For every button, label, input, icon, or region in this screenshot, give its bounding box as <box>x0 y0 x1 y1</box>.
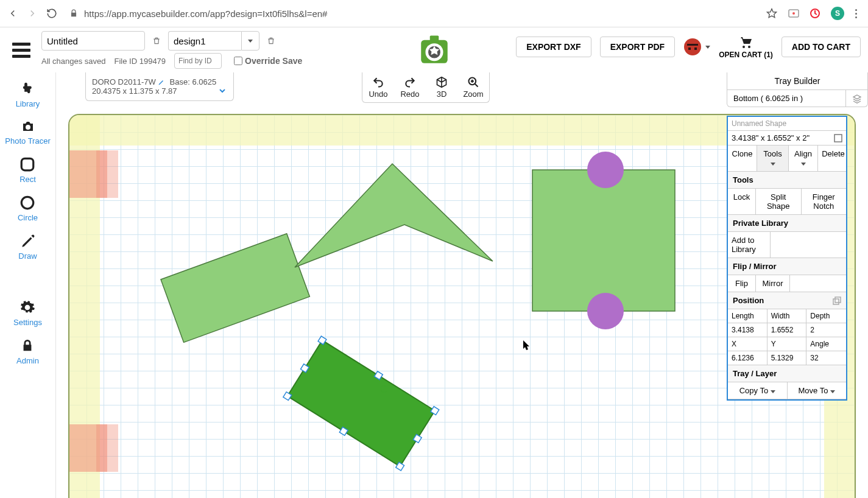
override-save-label: Override Save <box>245 56 302 66</box>
svg-rect-10 <box>688 47 691 50</box>
svg-rect-20 <box>532 170 675 311</box>
reload-icon[interactable] <box>46 8 57 19</box>
open-cart-button[interactable]: OPEN CART (1) <box>719 35 773 59</box>
svg-rect-34 <box>833 299 839 304</box>
hamburger-icon[interactable] <box>12 43 30 58</box>
address-bar[interactable]: https://app.mycasebuilder.com/app?design… <box>84 9 327 19</box>
properties-panel: Unnamed Shape 3.4138" x 1.6552" x 2" Clo… <box>727 116 847 401</box>
extension-icon[interactable] <box>788 9 799 18</box>
extension2-icon[interactable] <box>810 9 820 18</box>
forward-icon <box>27 8 38 19</box>
svg-point-21 <box>587 152 624 188</box>
delete-title-icon[interactable] <box>150 34 163 47</box>
split-shape-button[interactable]: Split Shape <box>756 189 802 214</box>
svg-point-8 <box>684 38 701 55</box>
svg-marker-0 <box>767 9 777 18</box>
sidebar-item-draw[interactable]: Draw <box>18 233 37 261</box>
zoom-icon <box>467 76 479 88</box>
x-input[interactable]: 6.1236 <box>728 351 767 365</box>
lock-button[interactable]: Lock <box>728 189 756 214</box>
puzzle-icon <box>19 80 37 97</box>
y-label: Y <box>767 337 807 351</box>
copy-icon[interactable] <box>833 296 841 305</box>
finger-notch-button[interactable]: Finger Notch <box>802 189 847 214</box>
sidebar-item-rect[interactable]: Rect <box>19 156 36 184</box>
sidebar-item-photo[interactable]: Photo Tracer <box>5 119 50 146</box>
angle-input[interactable]: 32 <box>806 351 846 365</box>
edit-icon[interactable] <box>158 79 165 86</box>
profile-avatar[interactable]: S <box>831 7 844 20</box>
3d-button[interactable]: 3D <box>426 72 457 102</box>
svg-rect-35 <box>835 297 841 303</box>
cube-icon <box>436 76 448 88</box>
find-by-id-input[interactable] <box>174 53 222 69</box>
flip-button[interactable]: Flip <box>728 275 756 292</box>
design-variant-dropdown[interactable] <box>241 31 259 51</box>
app-header: All changes saved File ID 199479 Overrid… <box>0 27 868 72</box>
x-label: X <box>728 337 767 351</box>
chevron-down-icon[interactable] <box>217 86 227 96</box>
svg-rect-33 <box>834 135 842 142</box>
tools-section: Tools <box>728 172 846 189</box>
depth-input[interactable]: 2 <box>806 323 846 337</box>
svg-rect-23 <box>288 340 435 466</box>
sidebar-item-settings[interactable]: Settings <box>13 300 42 327</box>
move-to-dropdown[interactable]: Move To <box>788 382 847 399</box>
file-id-label: File ID 199479 <box>115 57 166 66</box>
delete-button[interactable]: Delete <box>818 146 849 171</box>
tray-layer-section: Tray / Layer <box>728 365 846 382</box>
svg-rect-11 <box>694 47 697 50</box>
sidebar-item-library[interactable]: Library <box>16 80 40 108</box>
case-picker[interactable]: DORO D2011-7W Base: 6.0625 20.4375 x 11.… <box>85 72 234 101</box>
copy-to-dropdown[interactable]: Copy To <box>728 382 788 399</box>
cart-icon <box>736 35 755 49</box>
width-input[interactable]: 1.6552 <box>767 323 807 337</box>
export-dxf-button[interactable]: EXPORT DXF <box>516 37 591 57</box>
length-label: Length <box>728 309 767 323</box>
design-variant-input[interactable] <box>168 31 241 51</box>
delete-variant-icon[interactable] <box>264 34 278 47</box>
depth-label: Depth <box>806 309 846 323</box>
tools-dropdown[interactable]: Tools <box>757 146 789 171</box>
svg-point-14 <box>26 125 30 130</box>
user-menu[interactable] <box>683 38 710 56</box>
override-save-checkbox[interactable] <box>234 57 242 65</box>
width-label: Width <box>767 309 807 323</box>
browser-chrome: https://app.mycasebuilder.com/app?design… <box>0 0 868 27</box>
sidebar: Library Photo Tracer Rect Circle Draw Se… <box>0 72 56 498</box>
sidebar-item-admin[interactable]: Admin <box>16 338 39 365</box>
app-logo <box>417 32 452 68</box>
star-icon[interactable] <box>766 8 777 19</box>
align-dropdown[interactable]: Align <box>789 146 818 171</box>
sidebar-item-circle[interactable]: Circle <box>18 195 38 222</box>
clone-button[interactable]: Clone <box>728 146 757 171</box>
kebab-icon[interactable] <box>855 9 857 18</box>
add-to-cart-button[interactable]: ADD TO CART <box>782 37 861 57</box>
pencil-icon <box>20 233 36 249</box>
circle-icon <box>19 195 35 211</box>
redo-button[interactable]: Redo <box>394 72 426 102</box>
add-to-library-button[interactable]: Add to Library <box>728 232 771 258</box>
tray-select[interactable]: Bottom ( 6.0625 in ) <box>727 90 845 107</box>
shape-dimensions: 3.4138" x 1.6552" x 2" <box>732 133 810 142</box>
box-icon[interactable] <box>834 134 842 142</box>
svg-point-12 <box>743 46 745 48</box>
shape-name-input[interactable]: Unnamed Shape <box>728 117 846 131</box>
svg-rect-15 <box>22 158 34 170</box>
layers-icon[interactable] <box>845 90 867 107</box>
private-library-section: Private Library <box>728 215 846 232</box>
back-icon[interactable] <box>7 8 18 19</box>
svg-point-16 <box>22 197 34 209</box>
undo-button[interactable]: Undo <box>362 72 394 102</box>
svg-point-13 <box>748 46 750 48</box>
design-title-input[interactable] <box>41 31 145 51</box>
save-status: All changes saved <box>41 57 106 66</box>
svg-point-22 <box>587 293 624 329</box>
export-pdf-button[interactable]: EXPORT PDF <box>600 37 675 57</box>
undo-icon <box>372 76 384 88</box>
angle-label: Angle <box>806 337 846 351</box>
mirror-button[interactable]: Mirror <box>756 275 790 292</box>
zoom-button[interactable]: Zoom <box>457 72 489 102</box>
length-input[interactable]: 3.4138 <box>728 323 767 337</box>
y-input[interactable]: 5.1329 <box>767 351 807 365</box>
